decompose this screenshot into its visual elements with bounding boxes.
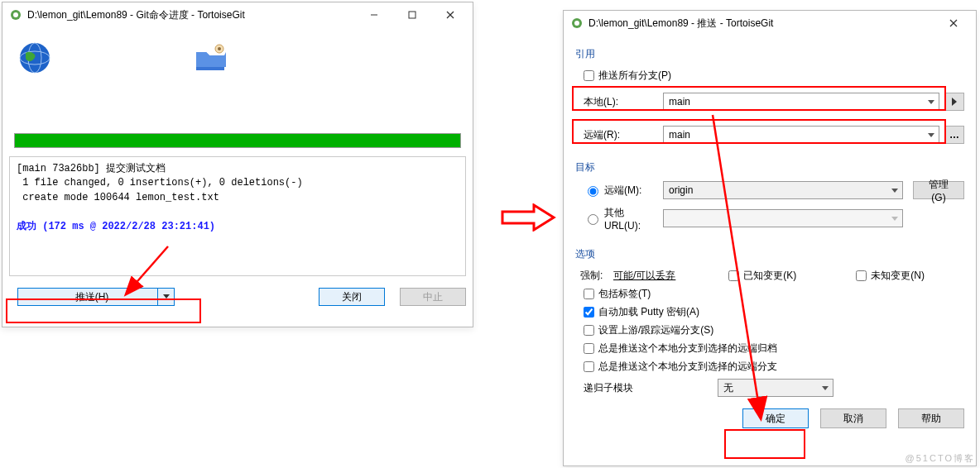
always-push-archive-checkbox[interactable] [584, 343, 594, 354]
svg-point-1 [13, 12, 18, 17]
cancel-label: 取消 [843, 412, 863, 426]
close-dialog-button[interactable]: 关闭 [319, 288, 385, 306]
target-remote-radio[interactable] [588, 186, 598, 197]
local-label: 本地(L): [580, 95, 658, 109]
always-push-branch-label: 总是推送这个本地分支到选择的远端分支 [598, 360, 777, 374]
chevron-down-icon[interactable] [887, 182, 902, 198]
push-button[interactable]: 推送(H)... [17, 288, 175, 306]
log-line: 1 file changed, 0 insertions(+), 0 delet… [17, 177, 303, 189]
chevron-down-icon[interactable] [818, 380, 833, 396]
known-changes-checkbox[interactable] [728, 270, 739, 281]
ok-button[interactable]: 确定 [742, 408, 809, 428]
maximize-button[interactable] [393, 2, 431, 27]
browse-local-button[interactable] [944, 93, 964, 111]
svg-rect-3 [409, 12, 416, 18]
group-target-label: 目标 [575, 160, 964, 174]
folder-icon [193, 41, 228, 75]
submodule-label: 递归子模块 [580, 381, 713, 395]
log-line: create mode 100644 lemon_test.txt [17, 192, 219, 203]
remote-label: 远端(R): [580, 128, 658, 142]
set-upstream-label: 设置上游/跟踪远端分支(S) [598, 323, 713, 337]
browse-remote-button[interactable]: … [944, 126, 964, 144]
push-button-label: 推送(H)... [75, 290, 118, 304]
svg-point-6 [20, 43, 50, 73]
big-arrow-icon [501, 203, 557, 232]
icon-row [9, 34, 466, 92]
chevron-down-icon[interactable] [924, 93, 939, 110]
close-dialog-label: 关闭 [342, 290, 362, 304]
push-dialog: D:\lemon_git\Lemon89 - 推送 - TortoiseGit … [563, 10, 977, 466]
log-line: [main 73a26bb] 提交测试文档 [17, 163, 166, 174]
other-url-combo[interactable] [663, 209, 903, 227]
ok-label: 确定 [766, 412, 785, 426]
log-success: 成功 (172 ms @ 2022/2/28 23:21:41) [17, 221, 215, 232]
abort-button: 中止 [400, 288, 466, 306]
submodule-combo[interactable]: 无 [718, 379, 833, 397]
always-push-branch-checkbox[interactable] [584, 361, 594, 372]
auto-putty-checkbox[interactable] [584, 307, 594, 318]
group-ref-label: 引用 [575, 47, 964, 61]
help-label: 帮助 [921, 412, 941, 426]
cancel-button[interactable]: 取消 [820, 408, 886, 428]
group-options-label: 选项 [575, 247, 964, 261]
titlebar: D:\lemon_git\Lemon89 - Git命令进度 - Tortois… [2, 2, 473, 27]
globe-icon [17, 41, 52, 75]
help-button[interactable]: 帮助 [898, 408, 964, 428]
unknown-changes-label: 未知变更(N) [871, 269, 925, 283]
force-label: 强制: [580, 269, 608, 283]
manage-button[interactable]: 管理(G) [913, 181, 964, 199]
titlebar: D:\lemon_git\Lemon89 - 推送 - TortoiseGit [564, 11, 976, 36]
svg-point-10 [218, 47, 221, 50]
known-changes-label: 已知变更(K) [743, 269, 796, 283]
close-button[interactable] [431, 2, 469, 27]
abort-label: 中止 [423, 290, 443, 304]
svg-point-13 [574, 21, 579, 26]
progress-bar [14, 133, 461, 148]
other-url-label[interactable]: 其他URL(U): [580, 206, 658, 232]
submodule-value: 无 [723, 381, 733, 395]
include-tags-checkbox[interactable] [584, 289, 594, 299]
manage-label: 管理(G) [925, 178, 952, 203]
always-push-archive-label: 总是推送这个本地分支到选择的远端归档 [598, 341, 777, 356]
log-output[interactable]: [main 73a26bb] 提交测试文档 1 file changed, 0 … [9, 156, 466, 276]
force-option-link[interactable]: 可能/可以丢弃 [613, 269, 675, 283]
other-url-radio[interactable] [588, 214, 598, 225]
include-tags-label: 包括标签(T) [598, 287, 651, 301]
window-body: [main 73a26bb] 提交测试文档 1 file changed, 0 … [2, 27, 473, 313]
target-remote-value: origin [669, 184, 693, 196]
auto-putty-label: 自动加载 Putty 密钥(A) [598, 305, 699, 319]
push-all-branches-checkbox[interactable] [584, 70, 594, 81]
app-icon [9, 8, 22, 21]
close-button[interactable] [934, 11, 973, 36]
window-title: D:\lemon_git\Lemon89 - 推送 - TortoiseGit [588, 17, 934, 31]
chevron-down-icon[interactable] [157, 289, 174, 305]
target-remote-combo[interactable]: origin [663, 181, 903, 199]
target-remote-label[interactable]: 远端(M): [580, 184, 658, 198]
local-branch-value: main [669, 96, 690, 107]
dialog-body: 引用 推送所有分支(P) 本地(L): main 远端(R): main [564, 36, 976, 437]
chevron-down-icon[interactable] [924, 127, 939, 143]
chevron-down-icon[interactable] [887, 210, 902, 227]
remote-branch-value: main [669, 129, 690, 141]
set-upstream-checkbox[interactable] [584, 325, 594, 336]
app-icon [570, 17, 584, 30]
progress-window: D:\lemon_git\Lemon89 - Git命令进度 - Tortois… [2, 2, 473, 327]
window-title: D:\lemon_git\Lemon89 - Git命令进度 - Tortois… [27, 8, 355, 22]
local-branch-combo[interactable]: main [663, 93, 939, 111]
push-all-branches-label: 推送所有分支(P) [598, 69, 671, 83]
remote-branch-combo[interactable]: main [663, 126, 939, 144]
watermark: @51CTO博客 [906, 452, 975, 465]
unknown-changes-checkbox[interactable] [856, 270, 867, 281]
minimize-button[interactable] [355, 2, 393, 27]
